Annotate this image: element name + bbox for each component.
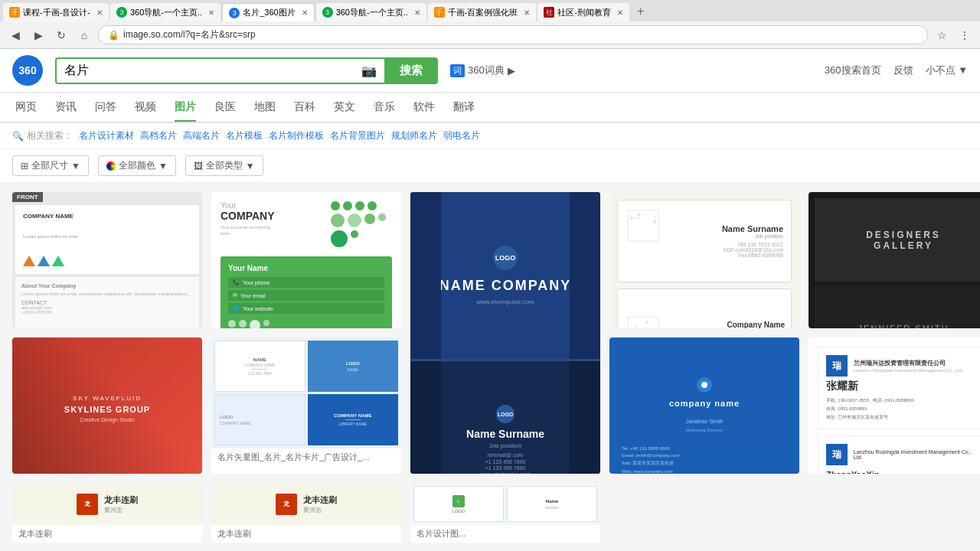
tab-4[interactable]: 3 360导航-一个主页.. ✕ <box>316 3 426 21</box>
menu-button[interactable]: ⋮ <box>956 26 974 44</box>
image-item-2[interactable]: Your COMPANY Your list write something h… <box>211 192 401 328</box>
related-link-7[interactable]: 弱电名片 <box>443 129 480 142</box>
blue-web: Web: www.company.com <box>622 469 787 474</box>
nav-video[interactable]: 视频 <box>135 94 156 122</box>
tab-5-close[interactable]: ✕ <box>524 8 530 17</box>
tab-2[interactable]: 3 360导航-一个主页.. ✕ <box>110 3 220 21</box>
home-button[interactable]: ⌂ <box>75 26 93 44</box>
nav-medicine[interactable]: 良医 <box>214 94 236 122</box>
phone-label: Your phone <box>243 280 270 285</box>
search-input[interactable] <box>64 64 361 77</box>
nav-translate[interactable]: 翻译 <box>453 94 475 122</box>
tab-6[interactable]: 社 社区-刑闻教育 ✕ <box>537 3 629 21</box>
image-item-7[interactable]: NAME COMPANY NAME 123-456-7890 LOGO NAME… <box>211 337 401 474</box>
logo-name1: LOGO <box>452 509 465 514</box>
related-link-4[interactable]: 名片制作模板 <box>269 129 324 142</box>
back-button[interactable]: ◀ <box>6 26 24 44</box>
blue-email: Email: smith@company.com <box>622 453 787 458</box>
filter-size[interactable]: ⊞ 全部尺寸 ▼ <box>12 155 89 176</box>
tab-2-close[interactable]: ✕ <box>208 8 214 17</box>
feedback-link[interactable]: 反馈 <box>893 64 913 77</box>
nav-qa[interactable]: 问答 <box>95 94 116 122</box>
image-item-3[interactable]: LOGO NAME COMPANY www.stormpulse.com LOG… <box>410 192 600 474</box>
circuit-fax: Fax:0660-8999089 <box>722 253 783 258</box>
address-bar[interactable]: 🔒 image.so.com/i?q=名片&src=srp <box>98 25 928 44</box>
related-link-2[interactable]: 高端名片 <box>183 129 220 142</box>
new-tab-button[interactable]: + <box>631 2 650 21</box>
nav-news[interactable]: 资讯 <box>55 94 77 122</box>
related-link-0[interactable]: 名片设计素材 <box>79 129 134 142</box>
cidian-arrow: ▶ <box>508 65 515 77</box>
refresh-button[interactable]: ↻ <box>52 26 70 44</box>
tab-4-close[interactable]: ✕ <box>414 8 420 17</box>
home-link[interactable]: 360搜索首页 <box>825 64 881 77</box>
logo-text: 360 <box>18 64 36 77</box>
company-name-circuit: Company Name <box>727 321 785 329</box>
filter-type[interactable]: 🖼 全部类型 ▼ <box>185 155 263 176</box>
tab-5[interactable]: 千 千画-百案例强化班 ✕ <box>428 3 537 21</box>
card-website: www.stormpulse.com <box>480 471 531 474</box>
filter-bar: ⊞ 全部尺寸 ▼ 全部颜色 ▼ 🖼 全部类型 ▼ <box>0 149 980 183</box>
your-label: Your <box>220 201 275 210</box>
image-item-4[interactable]: Name Surname Job position +86 136 7853 0… <box>609 192 799 328</box>
tab-3-active[interactable]: 3 名片_360图片 ✕ <box>222 3 314 21</box>
related-label: 🔍 相关搜索： <box>12 129 73 142</box>
your-name-label: Your Name <box>228 264 384 272</box>
filter-color[interactable]: 全部颜色 ▼ <box>98 155 176 176</box>
image-item-9[interactable]: 瑞 兰州瑞兴达投资管理有限责任公司 Lanzhou Ruixingda Inve… <box>808 337 980 474</box>
tab-1[interactable]: 千 课程-千画-音设计- ✕ <box>3 3 109 21</box>
grid-name-2: LOGO <box>346 361 360 366</box>
nav-english[interactable]: 英文 <box>334 94 355 122</box>
nav-webpage[interactable]: 网页 <box>15 94 37 122</box>
about-label: About Your Company <box>21 283 193 289</box>
logo-card1: L <box>452 495 465 507</box>
tab-3-close[interactable]: ✕ <box>302 8 308 17</box>
userinfo-link[interactable]: 小不点 ▼ <box>926 64 968 77</box>
logo-bottom: LOGO <box>498 412 514 417</box>
grid-company-2: NAME <box>348 367 358 372</box>
image-grid: FRONT COMPANY NAME Lorem ipsum dolor sit… <box>0 183 980 551</box>
corp-en-name2: Lanzhou Ruixingda Investment Management … <box>854 449 980 460</box>
bookmark-button[interactable]: ☆ <box>933 26 951 44</box>
jennifer-smith: JENNIFER SMITH <box>858 324 949 329</box>
browser-toolbar: ◀ ▶ ↻ ⌂ 🔒 image.so.com/i?q=名片&src=srp ☆ … <box>0 21 980 49</box>
nav-map[interactable]: 地图 <box>254 94 276 122</box>
tab-6-close[interactable]: ✕ <box>617 8 623 17</box>
caption-12: 名片设计图... <box>410 525 600 543</box>
related-link-1[interactable]: 高档名片 <box>140 129 177 142</box>
dragon-stamp1: 龙 <box>77 494 98 515</box>
blue-phone: Tel: +86 133 8888 6666 <box>622 446 787 451</box>
image-item-11[interactable]: 龙 龙丰连刷 黄河忠 龙丰连刷 <box>211 483 401 543</box>
top-right-links: 360搜索首页 反馈 小不点 ▼ <box>825 64 968 77</box>
corp-en-name: Lanzhou Ruixingda Investment Management … <box>854 368 963 373</box>
nav-image[interactable]: 图片 <box>175 94 196 122</box>
image-item-8[interactable]: company name Jonathan SmithMarketing Dir… <box>609 337 799 474</box>
search-button[interactable]: 搜索 <box>384 57 438 84</box>
related-link-6[interactable]: 规划师名片 <box>391 129 437 142</box>
image-item-6[interactable]: SKY WAVEFLUID SKYLINES GROUP Creative De… <box>12 337 202 474</box>
red-company-text: SKYLINES GROUP <box>64 405 150 414</box>
corp-logo-top: 瑞 <box>826 355 848 377</box>
nav-software[interactable]: 软件 <box>413 94 435 122</box>
nav-baike[interactable]: 百科 <box>294 94 315 122</box>
camera-icon[interactable]: 📷 <box>361 64 377 78</box>
grid-company-1: COMPANY NAME <box>244 363 276 367</box>
name-card2: Name <box>546 499 558 504</box>
image-item-5[interactable]: DESIGNERS GALLERY JENNIFER SMITH 广告 | 名片… <box>808 192 980 328</box>
blue-addr: Add: 某某市某某区某街道 <box>622 460 787 467</box>
search-input-container[interactable]: 📷 <box>55 57 384 84</box>
card-phone2: +1 123 456 7890 <box>485 465 526 471</box>
card-email: loremail@.com <box>488 452 524 458</box>
image-item-1[interactable]: FRONT COMPANY NAME Lorem ipsum dolor sit… <box>12 192 202 328</box>
contact-info: abc.abc@.com+4323-456738 <box>21 305 193 315</box>
cidian-link[interactable]: 词 360词典 ▶ <box>450 64 515 77</box>
forward-button[interactable]: ▶ <box>29 26 47 44</box>
image-item-12[interactable]: L LOGO Name position 名片设计图... <box>410 483 600 543</box>
related-link-3[interactable]: 名片模板 <box>226 129 263 142</box>
nav-music[interactable]: 音乐 <box>374 94 395 122</box>
tab-1-close[interactable]: ✕ <box>96 8 103 17</box>
person-info: 手机: 136-0937-3555 电话: 0931-8358891 传真: 0… <box>826 396 980 421</box>
website-label: Your website <box>243 306 273 311</box>
related-link-5[interactable]: 名片背景图片 <box>330 129 385 142</box>
image-item-10[interactable]: 龙 龙丰连刷 黄河忠 龙丰连刷 <box>12 483 202 543</box>
